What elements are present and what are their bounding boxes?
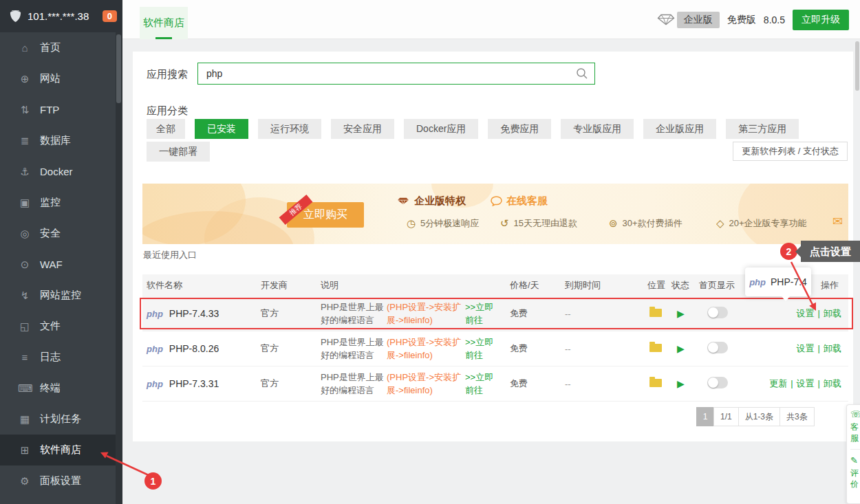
waf-shield-icon: ⊙ [18,259,32,271]
sidebar-item-files[interactable]: ◱文件 [0,311,116,342]
category-all[interactable]: 全部 [147,119,185,139]
pagination: 1 1/1 从1-3条 共3条 [697,407,815,426]
tab-active-underline [155,37,172,39]
topbar: 软件商店 企业版 免费版 8.0.5 立即升级 [122,0,860,39]
expire-time: -- [561,379,643,389]
settings-link[interactable]: 设置 [797,343,815,353]
page-1-button[interactable]: 1 [696,407,714,426]
feature-exclusive-functions: ◇20+企业版专享功能 [716,217,807,230]
sidebar-item-database[interactable]: ≣数据库 [0,125,116,156]
app-name: PHP-7.3.31 [169,378,219,389]
sidebar-scrollbar-thumb[interactable] [116,34,121,103]
settings-link[interactable]: 设置 [797,308,815,318]
description: PHP是世界上最好的编程语言 (PHP设置->安装扩展->fileinfo) >… [316,300,506,327]
category-free-apps[interactable]: 免费应用 [488,119,551,139]
ftp-icon: ⇅ [18,104,32,116]
col-home-display: 首页显示 [695,279,750,292]
category-docker-apps[interactable]: Docker应用 [404,119,478,139]
update-software-list-button[interactable]: 更新软件列表 / 支付状态 [733,142,848,161]
sidebar-item-docker[interactable]: ⚓Docker [0,156,116,187]
search-label: 应用搜索 [147,68,188,81]
refund-icon: ↺ [500,217,509,230]
page-total-info: 共3条 [780,407,815,426]
gem-icon [397,197,409,206]
mail-icon[interactable]: ✉ [832,214,843,229]
home-display-toggle[interactable] [707,307,728,318]
search-input[interactable] [197,63,595,85]
php-logo: php [147,344,163,354]
running-status-icon[interactable]: ▶ [671,308,685,319]
home-display-toggle[interactable] [707,342,728,353]
col-developer: 开发商 [257,279,316,292]
go-now-link[interactable]: >>立即前往 [465,300,495,327]
folder-icon[interactable] [649,344,662,352]
running-status-icon[interactable]: ▶ [671,378,685,389]
sidebar-item-cron[interactable]: ▦计划任务 [0,404,116,435]
current-edition-label: 免费版 [727,14,756,26]
category-pro-apps[interactable]: 专业版应用 [561,119,634,139]
col-status: 状态 [667,279,695,292]
folder-icon[interactable] [649,309,662,317]
folder-outline-icon: ◱ [18,320,32,333]
tab-app-store[interactable]: 软件商店 [140,7,188,39]
shield-check-icon: ◎ [18,228,32,240]
enterprise-banner: 立即购买 推荐 企业版特权 在线客服 ◷5分钟极速响应 ↺15天无理由退款 ⊚3… [142,184,848,244]
support-widget[interactable]: ☏ 客服 ✎ 评价 [846,404,860,504]
table-header: 软件名称 开发商 说明 价格/天 到期时间 位置 状态 首页显示 操作 [142,274,848,296]
plugins-icon: ⊚ [609,217,618,230]
sidebar-item-home[interactable]: ⌂首页 [0,32,116,63]
feature-paid-plugins: ⊚30+款付费插件 [609,217,682,230]
running-status-icon[interactable]: ▶ [671,343,685,354]
feedback-widget-label: 评价 [850,468,860,490]
folder-icon[interactable] [649,379,662,387]
globe-icon: ⊕ [18,73,32,85]
gear-icon: ⚙ [18,475,32,487]
settings-link[interactable]: 设置 [797,378,815,388]
online-service-link[interactable]: 在线客服 [491,195,548,208]
col-expire: 到期时间 [561,279,643,292]
col-description: 说明 [316,279,506,292]
developer: 官方 [257,307,316,320]
sidebar-item-logs[interactable]: ≡日志 [0,342,116,373]
service-widget-label: 客服 [850,421,860,443]
category-runtime[interactable]: 运行环境 [258,119,321,139]
go-now-link[interactable]: >>立即前往 [465,336,495,362]
search-icon[interactable] [576,67,588,80]
sidebar-item-waf[interactable]: ⊙WAF [0,249,116,280]
table-row-php-7433: phpPHP-7.4.33 官方 PHP是世界上最好的编程语言 (PHP设置->… [142,296,848,331]
sidebar-item-terminal[interactable]: ⌨终端 [0,373,116,404]
sidebar-menu: ⌂首页 ⊕网站 ⇅FTP ≣数据库 ⚓Docker ▣监控 ◎安全 ⊙WAF ↯… [0,32,116,496]
category-one-click-deploy[interactable]: 一键部署 [147,142,210,162]
table-row-php-8026: phpPHP-8.0.26 官方 PHP是世界上最好的编程语言 (PHP设置->… [142,331,848,366]
monitor-icon: ▣ [18,197,32,209]
headset-icon: ☏ [850,409,860,420]
upgrade-button[interactable]: 立即升级 [793,10,849,30]
gem-outline-icon: ◇ [716,217,724,230]
uninstall-link[interactable]: 卸载 [824,343,841,353]
page-scrollbar-thumb[interactable] [855,41,859,91]
sidebar-item-panel-settings[interactable]: ⚙面板设置 [0,465,116,496]
sidebar-item-app-store[interactable]: ⊞软件商店 [0,435,122,465]
docker-icon: ⚓ [18,166,32,178]
uninstall-link[interactable]: 卸载 [824,378,841,388]
category-enterprise-apps[interactable]: 企业版应用 [643,119,716,139]
developer: 官方 [257,377,316,390]
sidebar-item-monitor[interactable]: ▣监控 [0,187,116,218]
log-file-icon: ≡ [18,351,32,363]
sidebar-item-ftp[interactable]: ⇅FTP [0,94,116,125]
sidebar-item-website[interactable]: ⊕网站 [0,63,116,94]
go-now-link[interactable]: >>立即前往 [465,371,495,397]
notice-badge[interactable]: 0 [103,10,117,22]
feature-fast-response: ◷5分钟极速响应 [407,217,479,230]
update-link[interactable]: 更新 [769,378,787,388]
category-thirdparty-apps[interactable]: 第三方应用 [726,119,799,139]
category-security-apps[interactable]: 安全应用 [331,119,394,139]
home-display-toggle[interactable] [707,377,728,388]
edition-badge[interactable]: 企业版 [677,12,720,28]
buy-now-label: 立即购买 [303,208,347,220]
buy-now-button[interactable]: 立即购买 推荐 [287,202,364,228]
uninstall-link[interactable]: 卸载 [824,308,841,318]
sidebar-item-security[interactable]: ◎安全 [0,218,116,249]
category-installed[interactable]: 已安装 [195,119,248,139]
sidebar-item-site-monitor[interactable]: ↯网站监控 [0,280,116,311]
